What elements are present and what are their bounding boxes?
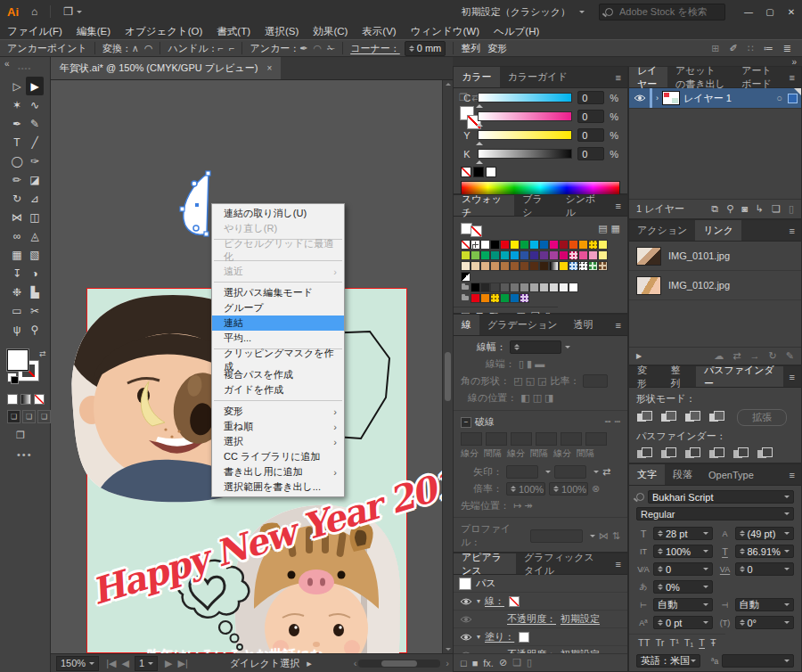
curvature-tool[interactable]: ✎ <box>26 114 44 133</box>
pencil-tool[interactable]: ✏ <box>8 170 26 189</box>
strikethrough-toggle[interactable]: Ŧ <box>710 637 716 648</box>
eye-icon[interactable] <box>633 94 646 102</box>
collapse-panels-icon[interactable]: » <box>791 57 797 67</box>
swatch[interactable] <box>529 240 539 250</box>
swatch[interactable] <box>500 261 510 271</box>
context-menu-item[interactable]: 平均... <box>212 331 344 346</box>
tab-カラーガイド[interactable]: カラーガイド <box>500 67 576 87</box>
slider-thumb[interactable] <box>476 138 483 145</box>
edit-toolbar-icon[interactable]: ••• <box>17 449 33 460</box>
swatch[interactable] <box>598 240 608 250</box>
swatch-folder[interactable] <box>461 283 471 292</box>
swatch[interactable] <box>500 293 510 303</box>
white-swatch[interactable] <box>486 167 496 177</box>
menu-オブジェクト(O)[interactable]: オブジェクト(O) <box>118 25 209 38</box>
tracking-field[interactable]: 0 <box>735 562 795 576</box>
scroll-down-icon[interactable] <box>446 648 451 651</box>
collect-for-export-icon[interactable]: ⧉ <box>711 203 718 215</box>
stroke-label[interactable]: 線： <box>485 594 504 608</box>
duplicate-item-icon[interactable]: ❏ <box>512 657 521 668</box>
swatch[interactable] <box>471 293 480 303</box>
first-page-icon[interactable]: |◀ <box>106 658 116 669</box>
panel-menu-icon[interactable]: ≡ <box>610 315 627 335</box>
swatch[interactable] <box>520 250 529 260</box>
slice-tool[interactable]: ✂ <box>26 301 44 320</box>
swatch-grad[interactable] <box>549 261 559 271</box>
menu-書式(T)[interactable]: 書式(T) <box>209 25 258 38</box>
swap-fill-stroke-icon[interactable]: ⇄ <box>39 349 46 358</box>
swatch[interactable] <box>490 283 500 292</box>
small-caps-toggle[interactable]: Tr <box>655 637 664 648</box>
gradient-mode-button[interactable] <box>20 394 31 405</box>
tab-アートボード[interactable]: アートボード <box>733 67 782 87</box>
swap-arrows-icon[interactable]: ⇄ <box>602 466 610 478</box>
channel-value-field[interactable]: 0 <box>577 110 604 123</box>
appearance-row-path[interactable]: パス <box>454 575 627 593</box>
tsume-field[interactable]: 0% <box>653 580 713 594</box>
outline-icon[interactable] <box>732 447 749 460</box>
tab-ブラシ[interactable]: ブラシ <box>514 195 557 216</box>
trim-icon[interactable] <box>660 447 676 460</box>
round-cap-icon[interactable]: ▮ <box>527 358 532 370</box>
language-field[interactable]: 英語：米国 <box>636 654 700 668</box>
close-button[interactable]: ✕ <box>781 0 802 23</box>
list-view-icon[interactable]: ▤ <box>598 223 607 234</box>
context-menu-item[interactable]: 選択パス編集モード <box>212 285 344 300</box>
new-sublayer-icon[interactable]: ↳ <box>756 203 764 215</box>
connect-path-icon[interactable]: ◠ <box>313 43 322 54</box>
last-page-icon[interactable]: ▶| <box>178 658 188 669</box>
align-inside-icon[interactable]: ◫ <box>533 392 542 404</box>
none-mode-button[interactable] <box>34 394 45 405</box>
expand-layer-icon[interactable]: › <box>656 94 659 102</box>
flip-across-icon[interactable]: ⇅ <box>612 530 620 542</box>
tab-整列[interactable]: 整列 <box>663 366 697 387</box>
swatch[interactable] <box>520 261 529 271</box>
hide-handles-icon[interactable]: ⌐ <box>229 43 234 53</box>
swatch-pat-green[interactable] <box>588 261 598 271</box>
swatch[interactable] <box>529 261 539 271</box>
corner-label[interactable]: コーナー： <box>350 42 400 55</box>
free-transform-tool[interactable]: ◫ <box>26 208 44 226</box>
appearance-row-fill[interactable]: ▾ 塗り： <box>454 628 627 646</box>
menu-選択(S)[interactable]: 選択(S) <box>258 25 306 38</box>
flip-along-icon[interactable]: ⋈ <box>599 530 609 542</box>
vertical-scrollbar[interactable] <box>442 80 453 653</box>
symbol-sprayer-tool[interactable]: ❉ <box>8 283 26 301</box>
workspace-switcher-icon[interactable]: ❐ <box>63 5 73 18</box>
menu-ファイル(F)[interactable]: ファイル(F) <box>0 25 70 38</box>
font-family-field[interactable]: Bukhari Script <box>648 490 794 504</box>
draw-inside-button[interactable]: ❏ <box>37 410 51 423</box>
panel-menu-icon[interactable]: ≡ <box>610 553 627 574</box>
swatch[interactable] <box>500 250 510 260</box>
draw-behind-button[interactable]: ❏ <box>22 410 36 423</box>
target-icon[interactable]: ○ <box>776 93 782 103</box>
swatch[interactable] <box>549 283 559 292</box>
link-row[interactable]: IMG_0101.jpg <box>629 242 801 271</box>
ratio-field[interactable] <box>583 374 608 388</box>
align-center-icon[interactable]: ◧ <box>520 392 529 404</box>
swatch[interactable] <box>539 283 549 292</box>
swatch[interactable] <box>559 283 569 292</box>
delete-anchor-icon[interactable]: ✒ <box>299 43 307 54</box>
tip-inside-icon[interactable]: ↠ <box>524 500 532 512</box>
all-caps-toggle[interactable]: TT <box>638 637 650 648</box>
document-tab[interactable]: 年賀状.ai* @ 150% (CMYK/GPU プレビュー) × <box>51 57 281 79</box>
eyedropper-tool[interactable]: ↧ <box>8 264 26 283</box>
context-menu-item[interactable]: 選択範囲を書き出し... <box>212 479 344 495</box>
context-menu-item[interactable]: 重ね順› <box>212 419 344 434</box>
layer-row[interactable]: › レイヤー 1 ○ <box>629 88 801 109</box>
crop-icon[interactable] <box>708 447 724 460</box>
new-fill-icon[interactable]: ■ <box>472 658 479 668</box>
perspective-grid-tool[interactable]: ◬ <box>26 226 44 245</box>
opacity-value[interactable]: 初期設定 <box>561 612 600 626</box>
tab-レイヤー[interactable]: レイヤー <box>629 67 667 87</box>
status-menu-icon[interactable]: ▸ <box>307 658 312 669</box>
tab-シンボル[interactable]: シンボル <box>557 195 609 216</box>
exclude-icon[interactable] <box>708 410 724 423</box>
tab-パスファインダー[interactable]: パスファインダー <box>696 366 783 387</box>
tip-extend-icon[interactable]: ↦ <box>513 500 521 512</box>
gap-field[interactable] <box>585 432 607 446</box>
panel-menu-icon[interactable]: ≡ <box>610 195 627 216</box>
swatch-pat-rose[interactable] <box>569 250 578 260</box>
merge-icon[interactable] <box>684 447 700 460</box>
